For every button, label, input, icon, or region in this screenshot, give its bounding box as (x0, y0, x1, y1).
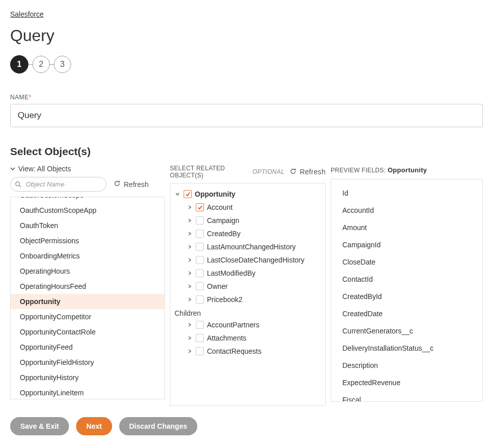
preview-field: ExpectedRevenue (334, 374, 479, 391)
tree-node[interactable]: ContactRequests (186, 345, 322, 358)
checkbox[interactable] (196, 282, 204, 290)
tree-node-label: Owner (207, 282, 228, 290)
name-label-text: NAME (10, 94, 29, 101)
object-item[interactable]: OpportunityLineItem (11, 385, 164, 399)
object-item[interactable]: Opportunity (11, 294, 164, 309)
tree-node-label: Pricebook2 (207, 295, 242, 304)
refresh-label: Refresh (300, 168, 326, 176)
discard-button[interactable]: Discard Changes (119, 417, 197, 435)
refresh-icon (114, 180, 121, 189)
save-exit-button[interactable]: Save & Exit (10, 417, 69, 435)
tree-node[interactable]: LastCloseDateChangedHistory (186, 253, 322, 267)
preview-field: Id (334, 184, 479, 202)
view-dropdown[interactable]: View: All Objects (10, 165, 165, 173)
tree-node-label: ContactRequests (207, 347, 261, 355)
checkbox-root[interactable] (184, 190, 192, 198)
related-objects-label: SELECT RELATED OBJECT(S) (170, 165, 248, 179)
object-item[interactable]: OperatingHoursFeed (11, 279, 164, 294)
tree-children-header: Children (173, 306, 322, 318)
view-label: View: All Objects (18, 165, 71, 173)
object-search-input[interactable] (10, 177, 107, 192)
object-item[interactable]: OnboardingMetrics (11, 248, 164, 264)
checkbox[interactable] (196, 203, 204, 211)
object-item[interactable]: OperatingHours (11, 264, 164, 279)
preview-fields-panel[interactable]: IdAccountIdAmountCampaignIdCloseDateCont… (331, 179, 483, 402)
object-item[interactable]: OpportunityContactRole (11, 324, 164, 340)
preview-field: Fiscal (334, 391, 479, 402)
chevron-right-icon[interactable] (187, 231, 193, 237)
chevron-right-icon[interactable] (187, 204, 193, 210)
preview-field: Description (334, 357, 479, 374)
tree-node-label: Attachments (207, 334, 246, 342)
object-item[interactable]: OpportunityHistory (11, 370, 164, 385)
object-item[interactable]: OpportunityFieldHistory (11, 355, 164, 370)
checkbox[interactable] (196, 347, 204, 355)
name-label: NAME* (10, 94, 483, 101)
tree-node[interactable]: Campaign (186, 214, 322, 227)
object-item[interactable]: OpportunityFeed (11, 340, 164, 355)
stepper: 1 2 3 (10, 55, 483, 73)
preview-field: ContactId (334, 271, 479, 288)
preview-field: CurrentGenerators__c (334, 322, 479, 340)
object-item[interactable]: ObjectPermissions (11, 233, 164, 248)
tree-node[interactable]: Account (186, 201, 322, 214)
tree-node[interactable]: AccountPartners (186, 318, 322, 331)
tree-node-label: Campaign (207, 216, 239, 225)
related-tree-panel[interactable]: Opportunity AccountCampaignCreatedByLast… (170, 183, 326, 406)
checkbox[interactable] (196, 230, 204, 238)
object-item[interactable]: OauthToken (11, 218, 164, 233)
chevron-right-icon[interactable] (187, 217, 193, 223)
step-2[interactable]: 2 (32, 56, 50, 73)
chevron-right-icon[interactable] (187, 244, 193, 250)
select-objects-heading: Select Object(s) (10, 145, 483, 158)
tree-node[interactable]: LastAmountChangedHistory (186, 240, 322, 253)
step-3[interactable]: 3 (54, 56, 71, 73)
chevron-right-icon[interactable] (187, 270, 193, 276)
checkbox[interactable] (196, 216, 204, 225)
preview-field: CampaignId (334, 236, 479, 253)
refresh-label: Refresh (124, 180, 149, 189)
step-1[interactable]: 1 (10, 55, 28, 73)
svg-line-1 (19, 185, 21, 187)
checkbox[interactable] (196, 256, 204, 264)
tree-node[interactable]: Attachments (186, 331, 322, 345)
tree-node[interactable]: CreatedBy (186, 227, 322, 240)
checkbox[interactable] (196, 269, 204, 277)
chevron-right-icon[interactable] (187, 322, 193, 328)
chevron-right-icon[interactable] (187, 296, 193, 303)
search-icon (15, 181, 22, 188)
object-list-panel[interactable]: OauthCustomScopeOauthCustomScopeAppOauth… (10, 197, 165, 399)
tree-node-label: LastAmountChangedHistory (207, 243, 296, 251)
breadcrumb-salesforce[interactable]: Salesforce (10, 10, 44, 18)
checkbox[interactable] (196, 243, 204, 251)
chevron-right-icon[interactable] (187, 283, 193, 289)
chevron-down-icon[interactable] (174, 191, 181, 197)
step-connector (50, 64, 54, 65)
tree-node[interactable]: Pricebook2 (186, 293, 322, 306)
step-connector (28, 64, 32, 65)
tree-root-label: Opportunity (195, 190, 235, 198)
chevron-right-icon[interactable] (187, 257, 193, 263)
preview-fields-object: Opportunity (388, 166, 427, 174)
tree-node[interactable]: LastModifiedBy (186, 267, 322, 280)
tree-node-label: AccountPartners (207, 321, 260, 329)
next-button[interactable]: Next (76, 417, 112, 435)
optional-label: OPTIONAL (253, 168, 285, 175)
tree-node-label: Account (207, 203, 233, 211)
chevron-down-icon (10, 166, 15, 171)
tree-root[interactable]: Opportunity (173, 188, 322, 201)
object-item[interactable]: OauthCustomScopeApp (11, 203, 164, 218)
chevron-right-icon[interactable] (187, 335, 193, 341)
page-title: Query (10, 26, 483, 45)
refresh-related[interactable]: Refresh (290, 168, 326, 176)
chevron-right-icon[interactable] (187, 348, 193, 354)
checkbox[interactable] (196, 334, 204, 342)
object-item[interactable]: OpportunityCompetitor (11, 309, 164, 324)
refresh-objects[interactable]: Refresh (114, 180, 149, 189)
tree-node[interactable]: Owner (186, 280, 322, 293)
object-item[interactable]: OauthCustomScope (11, 197, 164, 203)
checkbox[interactable] (196, 295, 204, 304)
name-input[interactable] (10, 104, 483, 127)
checkbox[interactable] (196, 321, 204, 329)
preview-fields-label: PREVIEW FIELDS: (331, 167, 386, 174)
